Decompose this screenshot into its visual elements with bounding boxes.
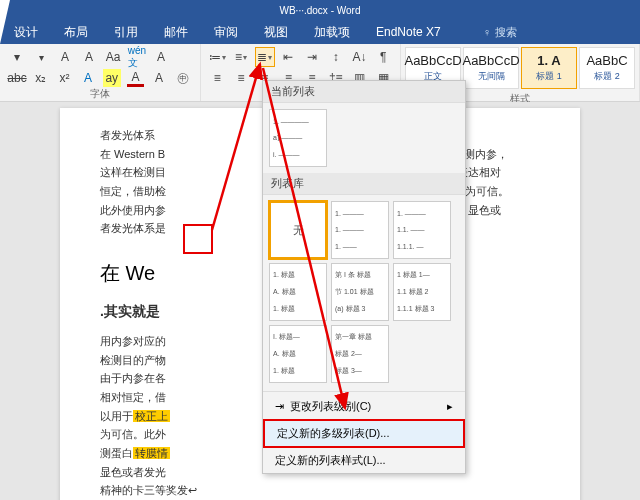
style-nospace[interactable]: AaBbCcD无间隔 — [463, 47, 519, 89]
list-style-6[interactable]: I. 标题—A. 标题1. 标题 — [269, 325, 327, 383]
sort-icon[interactable]: A↓ — [351, 48, 369, 66]
list-style-7[interactable]: 第一章 标题标题 2—标题 3— — [331, 325, 389, 383]
tab-mailings[interactable]: 邮件 — [160, 24, 192, 41]
tab-design[interactable]: 设计 — [10, 24, 42, 41]
subscript-icon[interactable]: x₂ — [32, 69, 50, 87]
doc-title: WB···.docx — [280, 5, 328, 16]
tab-layout[interactable]: 布局 — [60, 24, 92, 41]
group-label-font: 字体 — [8, 87, 192, 101]
tab-references[interactable]: 引用 — [110, 24, 142, 41]
menu-define-list-style[interactable]: 定义新的列表样式(L)... — [263, 448, 465, 473]
strike-icon[interactable]: abc — [8, 69, 26, 87]
style-heading2[interactable]: AaBbC标题 2 — [579, 47, 635, 89]
dd-section-current: 当前列表 — [263, 81, 465, 103]
numbering-icon[interactable]: ≡▾ — [232, 48, 250, 66]
decrease-font-icon[interactable]: A — [80, 48, 98, 66]
tab-view[interactable]: 视图 — [260, 24, 292, 41]
phonetic-guide-icon[interactable]: wén文 — [128, 48, 146, 66]
app-name: Word — [337, 5, 361, 16]
tab-review[interactable]: 审阅 — [210, 24, 242, 41]
chevron-right-icon: ▸ — [447, 400, 453, 413]
list-style-2[interactable]: 1. ———1.1. ——1.1.1. — — [393, 201, 451, 259]
list-none[interactable]: 无 — [269, 201, 327, 259]
asian-layout-icon[interactable]: ↕ — [327, 48, 345, 66]
tab-addins[interactable]: 加载项 — [310, 24, 354, 41]
clear-format-icon[interactable]: Aa — [104, 48, 122, 66]
increase-font-icon[interactable]: A — [56, 48, 74, 66]
menu-define-new-multilevel[interactable]: 定义新的多级列表(D)... — [263, 419, 465, 448]
text-effects-icon[interactable]: A — [79, 69, 97, 87]
char-shading-icon[interactable]: A — [150, 69, 168, 87]
list-style-1[interactable]: 1. ———1. ———1. —— — [331, 201, 389, 259]
list-style-5[interactable]: 1 标题 1—1.1 标题 21.1.1 标题 3 — [393, 263, 451, 321]
list-style-3[interactable]: 1. 标题A. 标题1. 标题 — [269, 263, 327, 321]
bullets-icon[interactable]: ≔▾ — [209, 48, 227, 66]
char-border-icon[interactable]: A — [152, 48, 170, 66]
show-marks-icon[interactable]: ¶ — [374, 48, 392, 66]
highlight-icon[interactable]: ay — [103, 69, 121, 87]
align-left-icon[interactable]: ≡ — [209, 69, 227, 87]
multilevel-list-dropdown: 当前列表 1. ————a) ———i. ——— 列表库 无 1. ———1. … — [262, 80, 466, 474]
tab-endnote[interactable]: EndNote X7 — [372, 25, 445, 39]
font-color-icon[interactable]: A — [127, 69, 145, 87]
ribbon-tabs: 设计 布局 引用 邮件 审阅 视图 加载项 EndNote X7 ♀ 搜索 — [0, 20, 640, 44]
superscript-icon[interactable]: x² — [56, 69, 74, 87]
align-center-icon[interactable]: ≡ — [232, 69, 250, 87]
title-bar: WB···.docx - Word — [0, 0, 640, 20]
decrease-indent-icon[interactable]: ⇤ — [280, 48, 298, 66]
list-style-4[interactable]: 第 I 条 标题节 1.01 标题(a) 标题 3 — [331, 263, 389, 321]
dd-section-library: 列表库 — [263, 173, 465, 195]
enclose-char-icon[interactable]: ㊥ — [174, 69, 192, 87]
multilevel-list-icon[interactable]: ≣▾ — [256, 48, 274, 66]
indent-icon: ⇥ — [275, 400, 284, 413]
tell-me-search[interactable]: ♀ 搜索 — [483, 25, 517, 40]
font-name-dropdown[interactable]: ▾ — [8, 48, 26, 66]
lightbulb-icon: ♀ — [483, 26, 491, 38]
current-list-preview[interactable]: 1. ————a) ———i. ——— — [269, 109, 327, 167]
style-heading1[interactable]: 1. A标题 1 — [521, 47, 577, 89]
menu-change-level[interactable]: ⇥ 更改列表级别(C) ▸ — [263, 394, 465, 419]
font-size-dropdown[interactable]: ▾ — [32, 48, 50, 66]
increase-indent-icon[interactable]: ⇥ — [303, 48, 321, 66]
